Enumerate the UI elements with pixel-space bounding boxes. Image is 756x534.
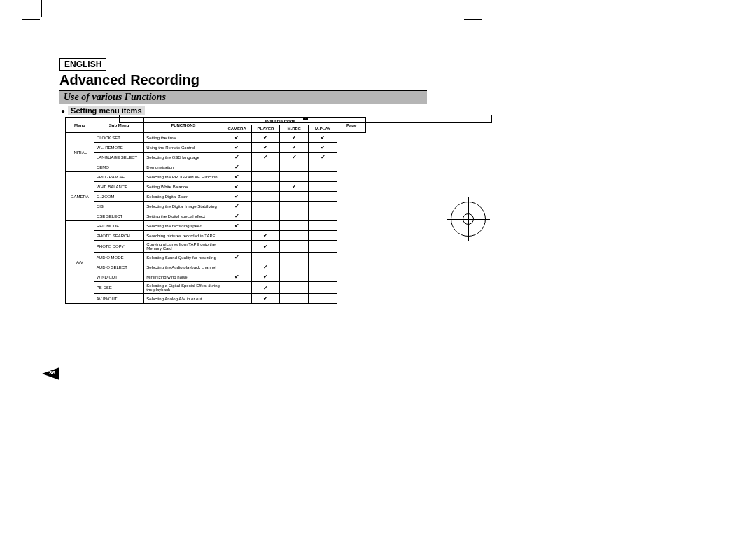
page-ref-cell: 77 [119, 115, 492, 123]
submenu-cell: DEMO [94, 162, 144, 172]
mode-cell: ✔ [223, 133, 251, 143]
table-row: A/VREC MODESelecting the recording speed… [66, 221, 366, 231]
mode-cell: ✔ [251, 262, 280, 272]
table-row: INITIALCLOCK SETSetting the time✔✔✔✔39 [66, 133, 366, 143]
language-label: ENGLISH [59, 58, 106, 71]
submenu-cell: D. ZOOM [94, 192, 144, 202]
mode-cell [280, 262, 309, 272]
submenu-cell: AUDIO SELECT [94, 262, 144, 272]
mode-cell [280, 221, 309, 231]
table-row: DISSelecting the Digital Image Stabilizi… [66, 202, 366, 211]
mode-cell [223, 262, 251, 272]
mode-cell [309, 241, 337, 253]
mode-cell: ✔ [251, 241, 280, 253]
mode-cell: ✔ [223, 192, 251, 202]
th-mode-player: PLAYER [251, 125, 280, 133]
mode-cell [223, 241, 251, 253]
mode-cell: ✔ [251, 143, 280, 153]
mode-cell [280, 192, 309, 202]
table-row: AUDIO MODESelecting Sound Quality for re… [66, 253, 366, 262]
th-mode-camera: CAMERA [223, 125, 251, 133]
submenu-cell: PROGRAM AE [94, 172, 144, 182]
mode-cell: ✔ [223, 253, 251, 262]
registration-target [451, 202, 486, 237]
mode-cell [251, 172, 280, 182]
table-row: D. ZOOMSelecting Digital Zoom✔46 [66, 192, 366, 202]
menu-group-cell: A/V [66, 221, 94, 304]
function-cell: Selecting Sound Quality for recording [144, 253, 223, 262]
mode-cell: ✔ [223, 182, 251, 192]
mode-cell: ✔ [223, 153, 251, 162]
mode-cell: ✔ [251, 272, 280, 282]
mode-cell [309, 253, 337, 262]
function-cell: Searching pictures recorded in TAPE [144, 231, 223, 241]
mode-cell [251, 253, 280, 262]
function-cell: Minimizing wind noise [144, 272, 223, 282]
function-cell: Demonstration [144, 162, 223, 172]
mode-cell [309, 182, 337, 192]
mode-cell: ✔ [223, 172, 251, 182]
submenu-cell: WL. REMOTE [94, 143, 144, 153]
submenu-cell: AV IN/OUT [94, 294, 144, 304]
mode-cell [280, 253, 309, 262]
mode-cell: ✔ [251, 294, 280, 304]
mode-cell: ✔ [251, 133, 280, 143]
function-cell: Selecting Digital Zoom [144, 192, 223, 202]
table-row: WHT. BALANCESetting White Balance✔✔44 [66, 182, 366, 192]
mode-cell [280, 272, 309, 282]
mode-cell [280, 282, 309, 294]
mode-cell: ✔ [251, 153, 280, 162]
mode-cell [223, 294, 251, 304]
mode-cell [309, 192, 337, 202]
submenu-cell: PB DSE [94, 282, 144, 294]
submenu-cell: DIS [94, 202, 144, 211]
function-cell: Using the Remote Control [144, 143, 223, 153]
mode-cell [251, 221, 280, 231]
table-row: WL. REMOTEUsing the Remote Control✔✔✔✔40 [66, 143, 366, 153]
mode-cell [280, 202, 309, 211]
subsection-heading: ● Setting menu items [61, 106, 427, 115]
subsection-label: Setting menu items [68, 106, 144, 115]
submenu-cell: PHOTO COPY [94, 241, 144, 253]
mode-cell [309, 211, 337, 221]
bullet-icon: ● [61, 107, 65, 115]
page-title: Advanced Recording [59, 72, 427, 88]
submenu-cell: REC MODE [94, 221, 144, 231]
function-cell: Selecting the PROGRAM AE Function [144, 172, 223, 182]
menu-group-cell: INITIAL [66, 133, 94, 172]
mode-cell [309, 262, 337, 272]
function-cell: Selecting the OSD language [144, 153, 223, 162]
table-row: PHOTO SEARCHSearching pictures recorded … [66, 231, 366, 241]
mode-cell [223, 282, 251, 294]
table-row: PB DSESelecting a Digital Special Effect… [66, 282, 366, 294]
th-mode-mplay: M.PLAY [309, 125, 337, 133]
function-cell: Selecting Analog A/V in or out [144, 294, 223, 304]
mode-cell: ✔ [223, 211, 251, 221]
mode-cell [280, 294, 309, 304]
manual-page: ENGLISH Advanced Recording Use of variou… [59, 57, 427, 304]
table-row: AUDIO SELECTSelecting the Audio playback… [66, 262, 366, 272]
submenu-cell: WIND CUT [94, 272, 144, 282]
submenu-cell: WHT. BALANCE [94, 182, 144, 192]
table-row: WIND CUTMinimizing wind noise✔✔52 [66, 272, 366, 282]
mode-cell [309, 221, 337, 231]
table-row: DSE SELECTSetting the Digital special ef… [66, 211, 366, 221]
mode-cell: ✔ [280, 143, 309, 153]
mode-cell [280, 172, 309, 182]
submenu-cell: CLOCK SET [94, 133, 144, 143]
menu-table: Menu Sub Menu FUNCTIONS Available mode P… [65, 117, 366, 304]
table-row: PHOTO COPYCopying pictures from TAPE ont… [66, 241, 366, 253]
mode-cell [280, 241, 309, 253]
function-cell: Copying pictures from TAPE onto the Memo… [144, 241, 223, 253]
mode-cell: ✔ [223, 272, 251, 282]
mode-cell [280, 162, 309, 172]
table-row: DEMODemonstration✔41 [66, 162, 366, 172]
mode-cell: ✔ [280, 182, 309, 192]
mode-cell [309, 294, 337, 304]
mode-cell: ✔ [223, 221, 251, 231]
section-bar: Use of various Functions [59, 90, 427, 104]
function-cell: Setting the Digital special effect [144, 211, 223, 221]
submenu-cell: DSE SELECT [94, 211, 144, 221]
mode-cell: ✔ [309, 143, 337, 153]
mode-cell [223, 231, 251, 241]
